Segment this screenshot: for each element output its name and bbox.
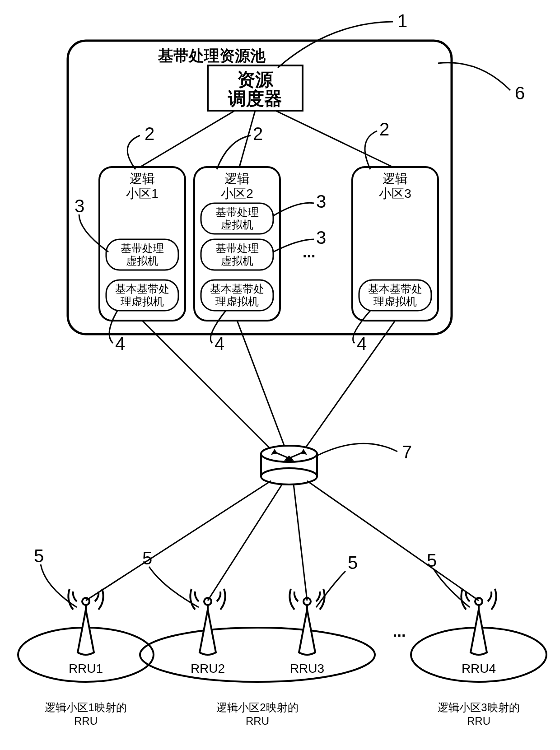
- cell1-title-l2: 小区1: [126, 186, 159, 200]
- callout-6-leader: [438, 63, 510, 90]
- switch-to-rru4: [307, 481, 479, 601]
- cell3-title-l1: 逻辑: [383, 172, 408, 186]
- rru3-label: RRU3: [290, 661, 324, 675]
- caption4-l2: RRU: [467, 715, 490, 727]
- callout-4a: 4: [115, 334, 125, 354]
- cell1-title-l1: 逻辑: [130, 172, 155, 186]
- callout-7: 7: [402, 442, 412, 462]
- coverage-23: [140, 628, 375, 682]
- callout-5a: 5: [34, 546, 44, 566]
- cell3-title-l2: 小区3: [379, 186, 411, 200]
- caption2-l2: RRU: [246, 715, 269, 727]
- switch-icon: [261, 446, 317, 484]
- cell2-vm-b-l2: 虚拟机: [221, 255, 253, 267]
- callout-3-leader-a: [79, 214, 108, 252]
- rru1-label: RRU1: [69, 661, 103, 675]
- switch-to-rru1: [86, 481, 271, 601]
- callout-4c: 4: [357, 334, 367, 354]
- rru3-antenna-icon: [289, 589, 324, 655]
- callout-5b: 5: [142, 548, 152, 568]
- cells-ellipsis: ...: [303, 243, 315, 261]
- callout-1: 1: [397, 11, 407, 31]
- caption2-l1: 逻辑小区2映射的: [216, 701, 298, 713]
- rru1-antenna-icon: [68, 589, 103, 655]
- pool-title: 基带处理资源池: [158, 47, 266, 64]
- cell2-vm-a-l1: 基带处理: [215, 206, 259, 218]
- callout-3c: 3: [316, 228, 326, 247]
- cell2-vm-b-l1: 基带处理: [215, 242, 259, 254]
- sched-to-cell3: [275, 111, 393, 167]
- cell1-basic-l2: 理虚拟机: [121, 295, 164, 307]
- cell2-title-l2: 小区2: [221, 186, 253, 200]
- cell3-to-switch: [298, 321, 395, 458]
- rru2-label: RRU2: [191, 661, 225, 675]
- callout-5-leader-c: [316, 571, 345, 607]
- callout-5-leader-a: [41, 564, 77, 607]
- callout-3a: 3: [75, 196, 84, 216]
- callout-1-leader: [278, 22, 393, 68]
- callout-2b: 2: [253, 124, 263, 144]
- cell2-title-l1: 逻辑: [224, 172, 250, 186]
- callout-5-leader-d: [434, 569, 470, 607]
- cell1-basic-l1: 基本基带处: [115, 283, 169, 295]
- switch-to-rru2: [208, 484, 282, 601]
- rru4-antenna-icon: [461, 589, 496, 655]
- cell1-vm-l2: 虚拟机: [126, 255, 159, 267]
- callout-2-leader-a: [127, 135, 140, 169]
- scheduler-line2: 调度器: [228, 89, 282, 108]
- callout-4b: 4: [215, 334, 224, 354]
- callout-5c: 5: [348, 553, 358, 573]
- caption4-l1: 逻辑小区3映射的: [438, 701, 519, 713]
- callout-7-leader: [316, 443, 397, 456]
- callout-2-leader-c: [365, 131, 377, 169]
- cell1-vm-l1: 基带处理: [121, 242, 164, 254]
- rru4-label: RRU4: [462, 661, 496, 675]
- scheduler-line1: 资源: [237, 70, 274, 89]
- rru2-antenna-icon: [190, 589, 225, 655]
- cell2-to-switch: [237, 321, 289, 458]
- caption1-l2: RRU: [74, 715, 98, 727]
- callout-2-leader-b: [217, 135, 251, 169]
- rru-ellipsis: ...: [393, 623, 406, 640]
- caption1-l1: 逻辑小区1映射的: [45, 701, 126, 713]
- callout-6: 6: [515, 83, 525, 103]
- switch-to-rru3: [294, 484, 307, 601]
- cell2-basic-l2: 理虚拟机: [215, 295, 259, 307]
- callout-5d: 5: [427, 550, 437, 570]
- cell3-basic-l1: 基本基带处: [368, 283, 422, 295]
- callout-3b: 3: [316, 191, 326, 211]
- callout-2c: 2: [379, 119, 389, 139]
- cell2-vm-a-l2: 虚拟机: [221, 219, 253, 231]
- cell2-basic-l1: 基本基带处: [210, 283, 264, 295]
- callout-2a: 2: [145, 124, 154, 144]
- cell3-basic-l2: 理虚拟机: [373, 295, 417, 307]
